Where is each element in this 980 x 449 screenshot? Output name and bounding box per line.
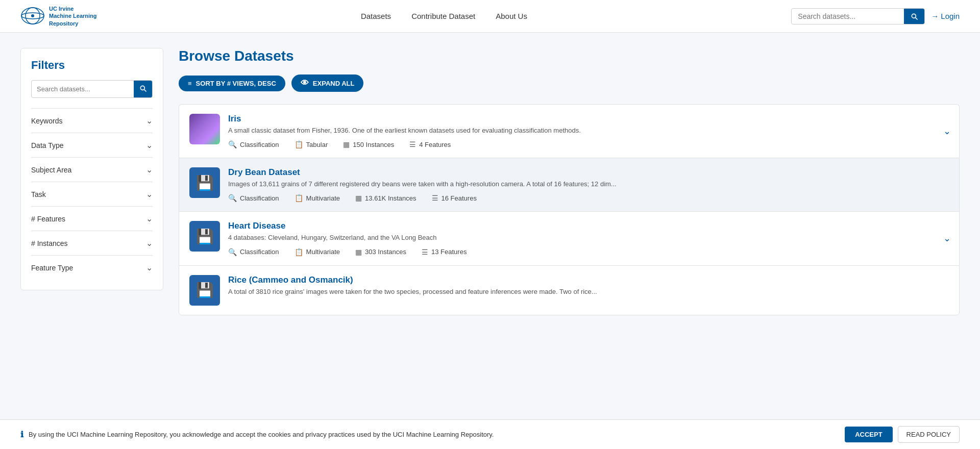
dataset-desc-iris: A small classic dataset from Fisher, 193… <box>228 126 949 135</box>
task-label: Classification <box>240 248 279 256</box>
features-icon: ☰ <box>432 194 438 202</box>
filter-item-task[interactable]: Task⌄ <box>31 182 153 206</box>
filter-item---features[interactable]: # Features⌄ <box>31 206 153 231</box>
datatype-label: Multivariate <box>306 194 340 202</box>
main-container: Filters Keywords⌄Data Type⌄Subject Area⌄… <box>0 33 980 422</box>
dataset-info: Rice (Cammeo and Osmancik) A total of 38… <box>228 275 949 302</box>
sidebar-search-wrapper <box>31 80 153 98</box>
dataset-card-iris: Iris A small classic dataset from Fisher… <box>179 104 960 158</box>
dataset-card-heart-disease: 💾 Heart Disease 4 databases: Cleveland, … <box>179 211 960 265</box>
svg-point-3 <box>31 14 34 17</box>
expand-arrow-icon[interactable]: ⌄ <box>943 233 951 244</box>
header-search-button[interactable] <box>904 9 924 24</box>
meta-instances: ▦303 Instances <box>355 248 406 256</box>
meta-features: ☰4 Features <box>409 140 451 148</box>
header-right: → Login <box>791 8 960 24</box>
filter-label: # Features <box>31 215 65 223</box>
sidebar-search-input[interactable] <box>32 82 134 96</box>
meta-features: ☰13 Features <box>422 248 467 256</box>
meta-task: 🔍Classification <box>228 140 279 148</box>
login-label: Login <box>941 12 960 20</box>
cookie-banner: ℹ By using the UCI Machine Learning Repo… <box>0 419 980 422</box>
datatype-icon: 📋 <box>295 194 303 202</box>
instances-label: 13.61K Instances <box>365 194 416 202</box>
meta-instances: ▦13.61K Instances <box>355 194 416 202</box>
dataset-thumb-dry-bean: 💾 <box>189 167 220 198</box>
instances-label: 303 Instances <box>365 248 406 256</box>
task-label: Classification <box>240 194 279 202</box>
chevron-down-icon: ⌄ <box>146 263 153 272</box>
filter-item---instances[interactable]: # Instances⌄ <box>31 231 153 255</box>
login-button[interactable]: → Login <box>931 12 960 20</box>
dataset-card-rice: 💾 Rice (Cammeo and Osmancik) A total of … <box>179 265 960 315</box>
datatype-icon: 📋 <box>295 248 303 256</box>
dataset-desc-dry-bean: Images of 13,611 grains of 7 different r… <box>228 180 949 189</box>
sort-icon: ≡ <box>188 80 192 87</box>
filter-item-data-type[interactable]: Data Type⌄ <box>31 133 153 157</box>
nav-contribute[interactable]: Contribute Dataset <box>411 12 475 20</box>
dataset-info: Dry Bean Dataset Images of 13,611 grains… <box>228 167 949 202</box>
nav-about[interactable]: About Us <box>496 12 527 20</box>
filter-list: Keywords⌄Data Type⌄Subject Area⌄Task⌄# F… <box>31 108 153 280</box>
dataset-name-heart-disease[interactable]: Heart Disease <box>228 221 949 231</box>
instances-icon: ▦ <box>343 140 350 148</box>
filter-item-keywords[interactable]: Keywords⌄ <box>31 108 153 133</box>
filter-label: Feature Type <box>31 264 73 272</box>
browse-title: Browse Datasets <box>179 48 960 64</box>
features-label: 16 Features <box>442 194 477 202</box>
sort-label: SORT BY # VIEWS, DESC <box>196 80 276 87</box>
toolbar: ≡ SORT BY # VIEWS, DESC 👁 EXPAND ALL <box>179 74 960 92</box>
features-label: 13 Features <box>431 248 467 256</box>
datatype-label: Tabular <box>306 141 328 148</box>
header-search-input[interactable] <box>792 9 904 23</box>
main-content: Browse Datasets ≡ SORT BY # VIEWS, DESC … <box>179 48 960 407</box>
chevron-down-icon: ⌄ <box>146 214 153 223</box>
dataset-meta-dry-bean: 🔍Classification📋Multivariate▦13.61K Inst… <box>228 194 949 202</box>
features-icon: ☰ <box>409 140 416 148</box>
chevron-down-icon: ⌄ <box>146 189 153 199</box>
search-icon <box>910 12 918 20</box>
chevron-down-icon: ⌄ <box>146 116 153 126</box>
filter-item-subject-area[interactable]: Subject Area⌄ <box>31 157 153 182</box>
dataset-desc-heart-disease: 4 databases: Cleveland, Hungary, Switzer… <box>228 233 949 242</box>
meta-datatype: 📋Multivariate <box>295 194 340 202</box>
sort-button[interactable]: ≡ SORT BY # VIEWS, DESC <box>179 76 285 91</box>
chevron-down-icon: ⌄ <box>146 140 153 150</box>
nav-datasets[interactable]: Datasets <box>361 12 391 20</box>
login-arrow-icon: → <box>931 12 939 20</box>
expand-button[interactable]: 👁 EXPAND ALL <box>291 74 364 92</box>
header-nav: Datasets Contribute Dataset About Us <box>97 12 792 20</box>
dataset-desc-rice: A total of 3810 rice grains' images were… <box>228 287 949 296</box>
sidebar-title: Filters <box>31 59 153 72</box>
header: UC Irvine Machine Learning Repository Da… <box>0 0 980 33</box>
dataset-name-rice[interactable]: Rice (Cammeo and Osmancik) <box>228 275 949 285</box>
logo[interactable]: UC Irvine Machine Learning Repository <box>20 5 97 27</box>
header-search-wrapper <box>791 8 925 24</box>
dataset-name-dry-bean[interactable]: Dry Bean Dataset <box>228 167 949 178</box>
dataset-name-iris[interactable]: Iris <box>228 114 949 124</box>
meta-datatype: 📋Multivariate <box>295 248 340 256</box>
logo-icon <box>20 6 45 26</box>
filter-label: # Instances <box>31 239 68 247</box>
expand-label: EXPAND ALL <box>313 80 355 87</box>
filter-label: Subject Area <box>31 166 71 174</box>
dataset-thumb-heart-disease: 💾 <box>189 221 220 252</box>
expand-arrow-icon[interactable]: ⌄ <box>943 126 951 137</box>
meta-task: 🔍Classification <box>228 248 279 256</box>
sidebar-search-button[interactable] <box>134 81 152 97</box>
chevron-down-icon: ⌄ <box>146 165 153 174</box>
dataset-info: Iris A small classic dataset from Fisher… <box>228 114 949 148</box>
filter-label: Data Type <box>31 141 64 149</box>
filter-label: Task <box>31 190 46 198</box>
filter-label: Keywords <box>31 117 62 125</box>
dataset-thumb-iris <box>189 114 220 144</box>
datatype-label: Multivariate <box>306 248 340 256</box>
dataset-meta-iris: 🔍Classification📋Tabular▦150 Instances☰4 … <box>228 140 949 148</box>
filter-item-feature-type[interactable]: Feature Type⌄ <box>31 255 153 280</box>
dataset-thumb-rice: 💾 <box>189 275 220 306</box>
eye-icon: 👁 <box>301 79 309 88</box>
task-icon: 🔍 <box>228 194 237 202</box>
dataset-meta-heart-disease: 🔍Classification📋Multivariate▦303 Instanc… <box>228 248 949 256</box>
features-icon: ☰ <box>422 248 428 256</box>
meta-task: 🔍Classification <box>228 194 279 202</box>
